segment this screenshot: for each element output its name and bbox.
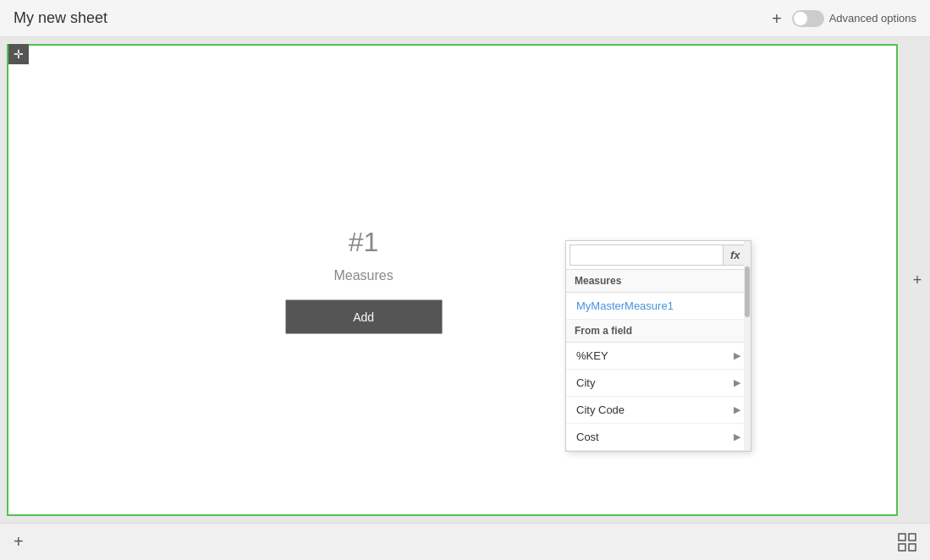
grid-view-button[interactable] bbox=[898, 533, 916, 552]
field-key-label: %KEY bbox=[576, 349, 608, 362]
crosshair-icon: ✛ bbox=[14, 47, 24, 61]
center-content: #1 Measures Add bbox=[285, 227, 442, 334]
bottom-add-button[interactable]: + bbox=[14, 532, 24, 552]
canvas-sheet: #1 Measures Add bbox=[7, 44, 898, 516]
svg-rect-0 bbox=[899, 534, 905, 541]
bottom-bar: + bbox=[0, 523, 930, 560]
chevron-right-icon: ▶ bbox=[734, 404, 740, 415]
add-button[interactable]: Add bbox=[285, 300, 442, 334]
field-cost-label: Cost bbox=[576, 431, 599, 443]
measures-dropdown: fx Measures MyMasterMeasure1 From a fiel… bbox=[565, 240, 751, 452]
add-icon[interactable]: + bbox=[772, 10, 782, 27]
chevron-right-icon: ▶ bbox=[734, 431, 740, 442]
field-item-key[interactable]: %KEY ▶ bbox=[566, 343, 751, 370]
field-city-code-label: City Code bbox=[576, 404, 625, 416]
toggle-track[interactable] bbox=[792, 10, 824, 27]
advanced-options-label: Advanced options bbox=[829, 12, 916, 25]
svg-rect-3 bbox=[909, 544, 916, 551]
main-area: ✛ #1 Measures Add + fx Measures MyMaster… bbox=[0, 37, 930, 523]
field-city-label: City bbox=[576, 376, 595, 389]
top-bar: My new sheet + Advanced options bbox=[0, 0, 930, 37]
canvas-area: #1 Measures Add bbox=[0, 37, 905, 523]
chart-number: #1 bbox=[285, 227, 442, 258]
search-row: fx bbox=[566, 241, 751, 270]
right-expand-handle[interactable]: + bbox=[905, 37, 930, 523]
svg-rect-1 bbox=[909, 534, 916, 541]
field-item-city-code[interactable]: City Code ▶ bbox=[566, 397, 751, 424]
dropdown-scrollbar[interactable] bbox=[744, 241, 751, 451]
from-field-section-header: From a field bbox=[566, 320, 751, 343]
advanced-options-toggle[interactable]: Advanced options bbox=[792, 10, 916, 27]
sheet-title: My new sheet bbox=[14, 9, 107, 27]
measures-section-header: Measures bbox=[566, 270, 751, 293]
master-measure-label: MyMasterMeasure1 bbox=[576, 299, 674, 312]
measures-label: Measures bbox=[285, 268, 442, 283]
scroll-thumb bbox=[745, 266, 750, 317]
field-item-city[interactable]: City ▶ bbox=[566, 370, 751, 397]
svg-rect-2 bbox=[899, 544, 905, 551]
chevron-right-icon: ▶ bbox=[734, 350, 740, 361]
search-input[interactable] bbox=[570, 244, 724, 266]
field-item-cost[interactable]: Cost ▶ bbox=[566, 424, 751, 451]
expand-icon: + bbox=[913, 272, 922, 289]
top-bar-actions: + Advanced options bbox=[772, 10, 916, 27]
master-measure-item[interactable]: MyMasterMeasure1 bbox=[566, 293, 751, 320]
toggle-knob bbox=[794, 12, 807, 25]
chevron-right-icon: ▶ bbox=[734, 377, 740, 388]
add-object-button[interactable]: ✛ bbox=[8, 44, 29, 64]
